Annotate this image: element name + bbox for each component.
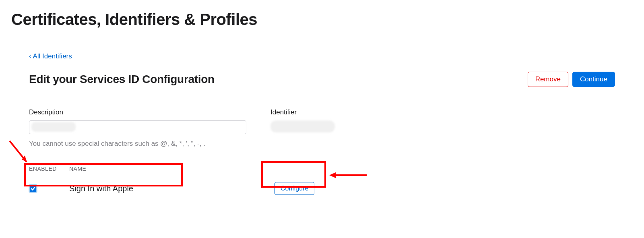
header-row: Edit your Services ID Configuration Remo… <box>29 72 615 96</box>
enabled-checkbox[interactable] <box>29 184 37 192</box>
capabilities-header: ENABLED NAME <box>29 166 615 177</box>
remove-button[interactable]: Remove <box>528 72 568 87</box>
capability-action-cell: Configure <box>275 182 355 195</box>
description-hint: You cannot use special characters such a… <box>29 140 246 148</box>
subtitle: Edit your Services ID Configuration <box>29 73 215 86</box>
continue-button[interactable]: Continue <box>572 72 615 87</box>
form-row: Description You cannot use special chara… <box>29 108 615 148</box>
identifier-label: Identifier <box>270 108 391 116</box>
description-label: Description <box>29 108 246 116</box>
enabled-cell <box>29 184 69 192</box>
checkmark-icon <box>30 186 36 191</box>
identifier-value-redacted <box>270 120 335 132</box>
capabilities-table: ENABLED NAME Sign In with Apple Configur… <box>29 166 615 200</box>
description-input[interactable] <box>29 120 246 134</box>
capability-row: Sign In with Apple Configure <box>29 177 615 200</box>
capability-name: Sign In with Apple <box>69 184 270 193</box>
header-name: NAME <box>69 166 270 172</box>
header-enabled: ENABLED <box>29 166 69 172</box>
description-column: Description You cannot use special chara… <box>29 108 246 148</box>
page-title: Certificates, Identifiers & Profiles <box>11 0 633 36</box>
button-group: Remove Continue <box>528 72 615 87</box>
back-all-identifiers-link[interactable]: ‹ All Identifiers <box>29 52 72 60</box>
identifier-column: Identifier <box>270 108 391 148</box>
configure-button[interactable]: Configure <box>275 182 314 195</box>
